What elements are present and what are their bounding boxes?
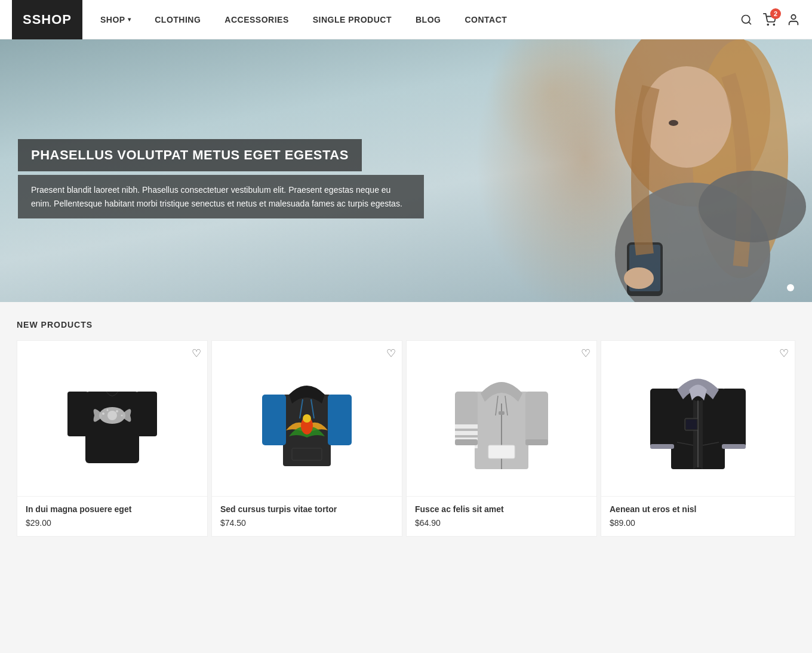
logo[interactable]: SSHOP (12, 0, 82, 39)
product-image-area-4: ♡ (601, 341, 795, 496)
product-image-area-1: ♡ (17, 341, 207, 496)
wishlist-button-1[interactable]: ♡ (192, 347, 201, 360)
product-price-2: $74.50 (220, 518, 393, 528)
product-card-4[interactable]: ♡ (601, 340, 795, 537)
svg-rect-37 (499, 411, 505, 415)
nav-item-contact[interactable]: CONTACT (453, 0, 519, 39)
svg-rect-25 (328, 395, 352, 445)
hero-banner: PHASELLUS VOLUTPAT METUS EGET EGESTAS Pr… (0, 39, 812, 302)
svg-point-29 (303, 414, 311, 423)
product-info-2: Sed cursus turpis vitae tortor $74.50 (212, 496, 402, 536)
svg-point-12 (669, 120, 678, 126)
new-products-section: NEW PRODUCTS ♡ (0, 302, 812, 549)
product-price-3: $64.90 (415, 518, 588, 528)
product-image-area-3: ♡ (407, 341, 596, 496)
search-icon-button[interactable] (740, 14, 752, 26)
product-card-1[interactable]: ♡ (17, 340, 208, 537)
svg-rect-39 (455, 431, 478, 435)
header-icons: 2 (740, 13, 800, 26)
products-grid: ♡ (17, 340, 795, 537)
main-nav: SHOP ▾CLOTHINGACCESSORIESSINGLE PRODUCTB… (88, 0, 740, 39)
product-price-4: $89.00 (610, 518, 786, 528)
svg-point-7 (642, 66, 731, 168)
nav-item-accessories[interactable]: ACCESSORIES (213, 0, 300, 39)
hero-text-overlay: PHASELLUS VOLUTPAT METUS EGET EGESTAS Pr… (18, 139, 424, 218)
product-info-3: Fusce ac felis sit amet $64.90 (407, 496, 596, 536)
hero-title: PHASELLUS VOLUTPAT METUS EGET EGESTAS (31, 147, 349, 163)
wishlist-button-2[interactable]: ♡ (386, 347, 396, 360)
hero-carousel-dot[interactable] (787, 284, 794, 291)
svg-rect-47 (722, 389, 746, 448)
nav-item-clothing[interactable]: CLOTHING (143, 0, 213, 39)
svg-rect-33 (525, 392, 548, 445)
svg-rect-43 (455, 439, 478, 445)
product-info-1: In dui magna posuere eget $29.00 (17, 496, 207, 536)
svg-point-21 (116, 410, 118, 412)
svg-rect-44 (525, 439, 548, 445)
nav-item-single-product[interactable]: SINGLE PRODUCT (301, 0, 404, 39)
svg-rect-14 (85, 392, 139, 463)
product-card-3[interactable]: ♡ (406, 340, 597, 537)
svg-point-4 (791, 14, 795, 19)
svg-point-13 (699, 171, 806, 242)
svg-rect-38 (455, 424, 478, 429)
product-image-4 (644, 359, 752, 478)
product-image-2 (253, 359, 361, 478)
svg-point-11 (624, 267, 654, 289)
svg-point-18 (107, 411, 117, 420)
product-image-3 (448, 359, 555, 478)
wishlist-button-4[interactable]: ♡ (779, 347, 789, 360)
cart-badge: 2 (770, 8, 781, 19)
svg-line-1 (749, 21, 751, 24)
nav-item-shop[interactable]: SHOP ▾ (88, 0, 143, 39)
svg-point-19 (102, 412, 104, 415)
svg-point-2 (767, 24, 768, 25)
svg-point-22 (121, 415, 123, 417)
hero-title-box: PHASELLUS VOLUTPAT METUS EGET EGESTAS (18, 139, 362, 171)
product-name-2: Sed cursus turpis vitae tortor (220, 504, 393, 515)
svg-point-3 (773, 24, 774, 25)
svg-rect-51 (650, 444, 674, 449)
hero-description-box: Praesent blandit laoreet nibh. Phasellus… (18, 175, 424, 218)
product-image-1 (59, 359, 166, 478)
product-name-4: Aenean ut eros et nisl (610, 504, 786, 515)
product-name-3: Fusce ac felis sit amet (415, 504, 588, 515)
product-name-1: In dui magna posuere eget (26, 504, 199, 515)
wishlist-button-3[interactable]: ♡ (581, 347, 590, 360)
svg-rect-15 (67, 392, 88, 436)
svg-rect-52 (722, 444, 746, 449)
product-info-4: Aenean ut eros et nisl $89.00 (601, 496, 795, 536)
svg-rect-24 (262, 395, 286, 445)
cart-icon-button[interactable]: 2 (763, 13, 776, 26)
svg-rect-46 (650, 389, 674, 448)
svg-point-20 (107, 409, 109, 411)
nav-arrow-shop: ▾ (128, 16, 131, 23)
user-icon-button[interactable] (787, 13, 800, 26)
svg-rect-32 (455, 392, 478, 445)
svg-rect-42 (488, 445, 515, 458)
new-products-title: NEW PRODUCTS (17, 320, 795, 329)
nav-item-blog[interactable]: BLOG (404, 0, 453, 39)
svg-rect-16 (136, 392, 157, 436)
hero-figure (466, 39, 812, 302)
header: SSHOP SHOP ▾CLOTHINGACCESSORIESSINGLE PR… (0, 0, 812, 39)
product-price-1: $29.00 (26, 518, 199, 528)
hero-description: Praesent blandit laoreet nibh. Phasellus… (31, 183, 411, 210)
product-card-2[interactable]: ♡ (211, 340, 402, 537)
svg-rect-50 (686, 420, 697, 429)
product-image-area-2: ♡ (212, 341, 402, 496)
